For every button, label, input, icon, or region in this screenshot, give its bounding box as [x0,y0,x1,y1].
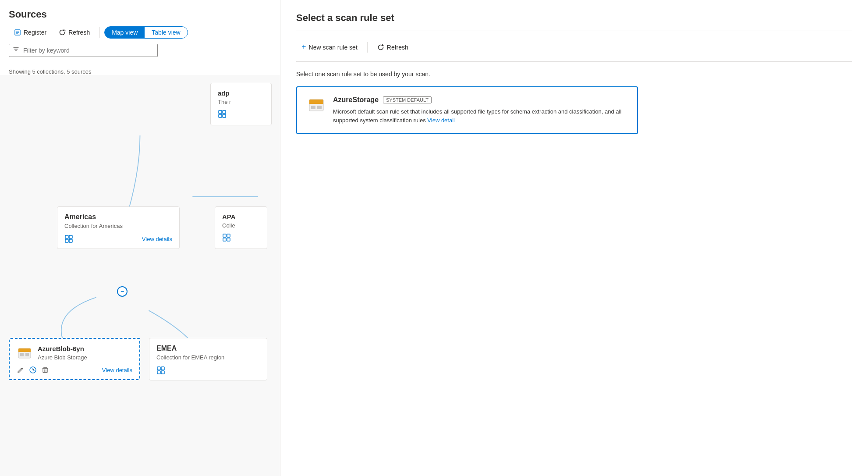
connector-lines [0,75,280,476]
right-toolbar-separator [367,42,368,53]
register-label: Register [24,29,46,36]
svg-rect-31 [309,102,323,104]
register-icon [14,29,21,36]
americas-grid-icon[interactable] [64,234,73,243]
scan-rule-icon [308,96,325,114]
scan-rule-card[interactable]: AzureStorage SYSTEM DEFAULT Microsoft de… [296,86,638,134]
right-toolbar: + New scan rule set Refresh [296,40,852,62]
svg-rect-15 [69,239,72,242]
azure-blob-footer: View details [17,366,132,374]
svg-rect-19 [20,353,24,356]
right-refresh-button[interactable]: Refresh [372,41,414,53]
register-button[interactable]: Register [9,26,52,39]
svg-rect-27 [157,371,160,374]
filter-icon [13,47,19,54]
emea-subtitle: Collection for EMEA region [156,354,260,361]
azure-blob-view-details[interactable]: View details [102,367,132,373]
right-refresh-label: Refresh [387,44,408,51]
emea-grid-icon[interactable] [156,366,165,375]
emea-node: EMEA Collection for EMEA region [149,338,267,380]
scan-rule-description: Microsoft default scan rule set that inc… [333,107,627,124]
new-scan-label: New scan rule set [309,44,358,51]
svg-rect-7 [223,114,226,117]
apac-subtitle: Colle [222,222,260,229]
azure-blob-info: AzureBlob-6yn Azure Blob Storage [38,345,87,361]
apac-node: APA Colle [215,206,267,249]
svg-rect-8 [223,234,226,237]
left-refresh-button[interactable]: Refresh [53,26,95,39]
left-refresh-label: Refresh [68,29,90,36]
page-title: Sources [9,9,271,20]
svg-rect-26 [161,367,164,370]
americas-view-details[interactable]: View details [142,236,172,242]
showing-text: Showing 5 collections, 5 sources [0,67,280,75]
azure-blob-icon [17,345,32,361]
svg-rect-4 [219,110,222,114]
panel-header: Sources Register Refresh [0,0,280,67]
svg-rect-11 [227,238,230,241]
svg-rect-14 [65,239,68,242]
view-toggle: Map view Table view [104,26,188,39]
map-area: adp The r APA Colle [0,75,280,476]
svg-rect-32 [311,106,315,109]
plus-icon: + [301,43,306,52]
adp-subtitle: The r [218,99,264,105]
instruction-text: Select one scan rule set to be used by y… [296,71,852,78]
svg-rect-33 [317,106,322,109]
svg-rect-18 [18,350,31,352]
americas-subtitle: Collection for Americas [64,223,172,229]
collapse-button[interactable]: − [117,286,128,297]
table-view-button[interactable]: Table view [145,27,187,38]
azure-blob-header: AzureBlob-6yn Azure Blob Storage [17,345,132,361]
azure-blob-subtitle: Azure Blob Storage [38,354,87,361]
collapse-icon: − [120,288,124,295]
map-view-button[interactable]: Map view [105,27,145,38]
adp-grid-icon [218,110,227,118]
left-panel: Sources Register Refresh [0,0,280,476]
svg-rect-20 [25,353,29,356]
scan-rule-desc-text: Microsoft default scan rule set that inc… [333,108,621,124]
toolbar: Register Refresh Map view Table view [9,26,271,39]
svg-rect-13 [69,235,72,238]
americas-node: Americas Collection for Americas View de… [57,206,180,249]
right-panel-title: Select a scan rule set [296,12,852,31]
emea-footer [156,366,260,375]
svg-rect-6 [219,114,222,117]
americas-footer: View details [64,234,172,243]
scan-rule-header: AzureStorage SYSTEM DEFAULT [333,96,627,104]
svg-rect-12 [65,235,68,238]
edit-icon[interactable] [17,366,25,374]
toolbar-separator [99,27,100,38]
filter-input[interactable] [9,44,158,57]
adp-title: adp [218,89,264,97]
azure-blob-title: AzureBlob-6yn [38,345,87,352]
scan-icon[interactable] [29,366,37,374]
scan-rule-content: AzureStorage SYSTEM DEFAULT Microsoft de… [333,96,627,124]
scan-rule-name: AzureStorage [333,96,379,104]
svg-rect-25 [157,367,160,370]
right-panel: Select a scan rule set + New scan rule s… [280,0,868,476]
apac-grid-icon [222,233,231,242]
azure-blob-node: AzureBlob-6yn Azure Blob Storage [9,338,140,380]
left-refresh-icon [59,29,66,36]
delete-icon[interactable] [41,366,49,374]
system-default-badge: SYSTEM DEFAULT [383,96,432,103]
adp-node: adp The r [210,83,272,125]
view-detail-link[interactable]: View detail [427,117,455,124]
svg-rect-5 [223,110,226,114]
new-scan-rule-button[interactable]: + New scan rule set [296,40,363,54]
emea-title: EMEA [156,345,260,352]
apac-title: APA [222,213,260,220]
svg-rect-28 [161,371,164,374]
svg-rect-10 [223,238,226,241]
right-refresh-icon [377,44,384,51]
filter-input-wrap [9,44,271,57]
map-canvas: adp The r APA Colle [0,75,280,476]
svg-rect-9 [227,234,230,237]
azure-blob-actions [17,366,49,374]
americas-title: Americas [64,213,172,221]
svg-rect-22 [43,368,47,373]
